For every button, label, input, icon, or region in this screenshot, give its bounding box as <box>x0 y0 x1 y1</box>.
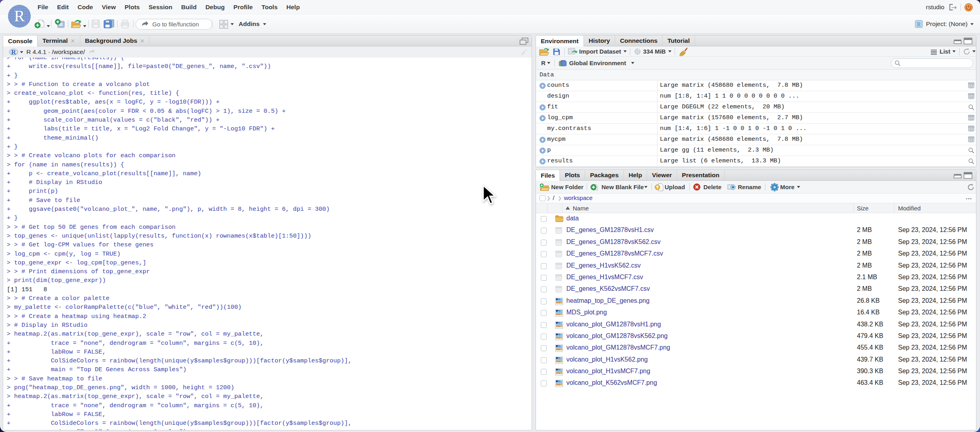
svg-text:R: R <box>917 22 921 28</box>
svg-text:R: R <box>11 48 16 56</box>
